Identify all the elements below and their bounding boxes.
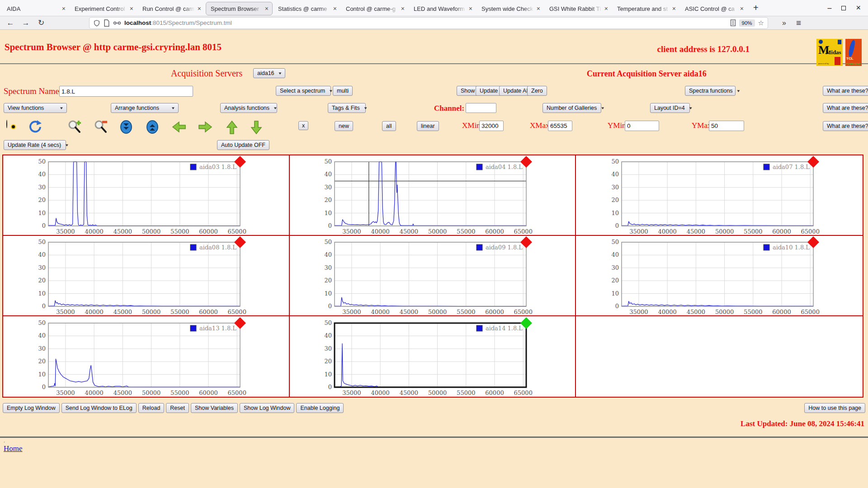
- new-button[interactable]: new: [335, 121, 353, 131]
- toolbar-overflow-icon[interactable]: »: [782, 19, 786, 27]
- tab-gsi-white-rabbit-ti[interactable]: GSI White Rabbit Ti×: [545, 2, 612, 15]
- channel-input[interactable]: [466, 103, 496, 113]
- tab-aida[interactable]: AIDA×: [2, 2, 69, 15]
- spectrum-panel-aida09[interactable]: 3500040000450005000055000600006500001020…: [290, 236, 576, 316]
- svg-text:65000: 65000: [227, 228, 246, 235]
- minimize-icon[interactable]: –: [828, 4, 832, 12]
- update-rate-select[interactable]: Update Rate (4 secs)▼: [4, 140, 66, 150]
- tab-experiment-control[interactable]: Experiment Control×: [70, 2, 137, 15]
- enable-logging-button[interactable]: Enable Logging: [296, 403, 344, 413]
- move-down-icon[interactable]: [250, 119, 263, 136]
- zoom-level-badge[interactable]: 90%: [739, 19, 755, 27]
- spectrum-panel-aida14[interactable]: 3500040000450005000055000600006500001020…: [290, 316, 576, 397]
- layout-id-select[interactable]: Layout ID=4▼: [650, 103, 690, 113]
- tab-temperature-and-st[interactable]: Temperature and st×: [613, 2, 679, 15]
- tab-run-control-carm[interactable]: Run Control @ carm×: [138, 2, 205, 15]
- bookmark-star-icon[interactable]: ☆: [758, 19, 764, 27]
- tab-statistics-carme[interactable]: Statistics @ carme×: [274, 2, 340, 15]
- acquisition-server-select[interactable]: aida16▼: [253, 68, 285, 78]
- refresh-icon[interactable]: [28, 119, 42, 134]
- spectrum-panel-aida03[interactable]: 3500040000450005000055000600006500001020…: [3, 155, 290, 236]
- arrange-functions-select[interactable]: Arrange functions▼: [111, 103, 179, 113]
- number-of-galleries-select[interactable]: Number of Galleries▼: [542, 103, 601, 113]
- tab-asic-control-ca[interactable]: ASIC Control @ ca×: [680, 2, 747, 15]
- ymax-input[interactable]: [709, 121, 744, 131]
- tab-led-and-waveform[interactable]: LED and Waveform×: [409, 2, 476, 15]
- send-log-window-to-elog-button[interactable]: Send Log Window to ELog: [61, 403, 137, 413]
- reload-icon[interactable]: ↻: [35, 18, 47, 28]
- tab-spectrum-browser[interactable]: Spectrum Browser×: [206, 2, 273, 15]
- tab-close-icon[interactable]: ×: [604, 5, 609, 12]
- xmax-input[interactable]: [548, 121, 572, 131]
- reload-button[interactable]: Reload: [138, 403, 165, 413]
- spectrum-panel-aida07[interactable]: 3500040000450005000055000600006500001020…: [576, 155, 863, 236]
- back-icon[interactable]: ←: [5, 19, 16, 28]
- how-to-use-this-page-button[interactable]: How to use this page: [804, 403, 865, 413]
- tab-system-wide-check[interactable]: System wide Check×: [477, 2, 544, 15]
- svg-text:10: 10: [612, 290, 619, 297]
- ymin-input[interactable]: [625, 121, 659, 131]
- multi-button[interactable]: multi: [333, 86, 353, 96]
- empty-log-window-button[interactable]: Empty Log Window: [3, 403, 60, 413]
- move-right-icon[interactable]: [197, 120, 213, 134]
- svg-text:45000: 45000: [400, 389, 418, 396]
- select-spectrum-select[interactable]: Select a spectrum▼: [276, 86, 331, 96]
- zoom-in-icon[interactable]: [67, 119, 82, 135]
- url-text[interactable]: localhost:8015/Spectrum/Spectrum.tml: [124, 19, 727, 26]
- permissions-icon[interactable]: [113, 20, 121, 26]
- reset-button[interactable]: Reset: [166, 403, 189, 413]
- url-bar[interactable]: localhost:8015/Spectrum/Spectrum.tml 90%…: [90, 18, 768, 28]
- tab-close-icon[interactable]: ×: [264, 5, 269, 12]
- analysis-functions-select[interactable]: Analysis functions▼: [220, 103, 277, 113]
- show-variables-button[interactable]: Show Variables: [191, 403, 238, 413]
- show-log-window-button[interactable]: Show Log Window: [240, 403, 295, 413]
- spectrum-panel-aida10[interactable]: 3500040000450005000055000600006500001020…: [576, 236, 863, 316]
- acquisition-servers-label: Acquisition Servers: [171, 68, 242, 79]
- menu-hamburger-icon[interactable]: ≡: [796, 18, 801, 28]
- spectrum-name-input[interactable]: [59, 86, 193, 97]
- spectra-functions-select[interactable]: Spectra functions▼: [685, 86, 736, 96]
- tab-close-icon[interactable]: ×: [129, 5, 134, 12]
- view-functions-select[interactable]: View functions▼: [4, 103, 67, 113]
- page-icon[interactable]: [104, 19, 110, 27]
- svg-text:50000: 50000: [428, 228, 447, 235]
- all-button[interactable]: all: [382, 121, 396, 131]
- svg-text:60000: 60000: [486, 389, 504, 396]
- zoom-out-icon[interactable]: [93, 119, 108, 135]
- spectrum-panel-aida04[interactable]: 3500040000450005000055000600006500001020…: [290, 155, 576, 236]
- auto-update-button[interactable]: Auto Update OFF: [217, 140, 269, 150]
- shield-icon[interactable]: [93, 19, 100, 27]
- tab-close-icon[interactable]: ×: [197, 5, 202, 12]
- update-button[interactable]: Update: [476, 86, 502, 96]
- what-are-these-button-2[interactable]: What are these?: [823, 103, 868, 113]
- tab-close-icon[interactable]: ×: [671, 5, 677, 12]
- tab-close-icon[interactable]: ×: [536, 5, 541, 12]
- tab-close-icon[interactable]: ×: [468, 5, 473, 12]
- tags-fits-select[interactable]: Tags & Fits▼: [328, 103, 366, 113]
- xmin-input[interactable]: [479, 121, 504, 131]
- tab-close-icon[interactable]: ×: [61, 5, 66, 12]
- scroll-up-icon[interactable]: [146, 119, 159, 135]
- tab-close-icon[interactable]: ×: [400, 5, 406, 12]
- new-tab-button[interactable]: +: [748, 3, 764, 13]
- spectrum-panel-aida13[interactable]: 3500040000450005000055000600006500001020…: [3, 316, 290, 397]
- close-icon[interactable]: ×: [856, 3, 861, 13]
- move-up-icon[interactable]: [225, 119, 239, 136]
- move-left-icon[interactable]: [171, 120, 187, 134]
- forward-icon[interactable]: →: [20, 19, 32, 28]
- what-are-these-button-1[interactable]: What are these?: [823, 86, 868, 96]
- spectrum-panel-aida08[interactable]: 3500040000450005000055000600006500001020…: [3, 236, 290, 316]
- radiation-icon[interactable]: [6, 120, 7, 128]
- reader-mode-icon[interactable]: [730, 19, 736, 26]
- tab-close-icon[interactable]: ×: [332, 5, 338, 12]
- home-link[interactable]: Home: [4, 444, 23, 453]
- linear-button[interactable]: linear: [417, 121, 439, 131]
- maximize-icon[interactable]: [841, 6, 846, 10]
- x-button[interactable]: x: [298, 121, 308, 130]
- logos: MMidas powered by TCL POWERED: [816, 39, 862, 66]
- tab-control-carme-g[interactable]: Control @ carme-g×: [341, 2, 408, 15]
- scroll-down-icon[interactable]: [119, 119, 133, 135]
- zero-button[interactable]: Zero: [527, 86, 547, 96]
- what-are-these-button-3[interactable]: What are these?: [823, 121, 868, 131]
- tab-close-icon[interactable]: ×: [739, 5, 745, 12]
